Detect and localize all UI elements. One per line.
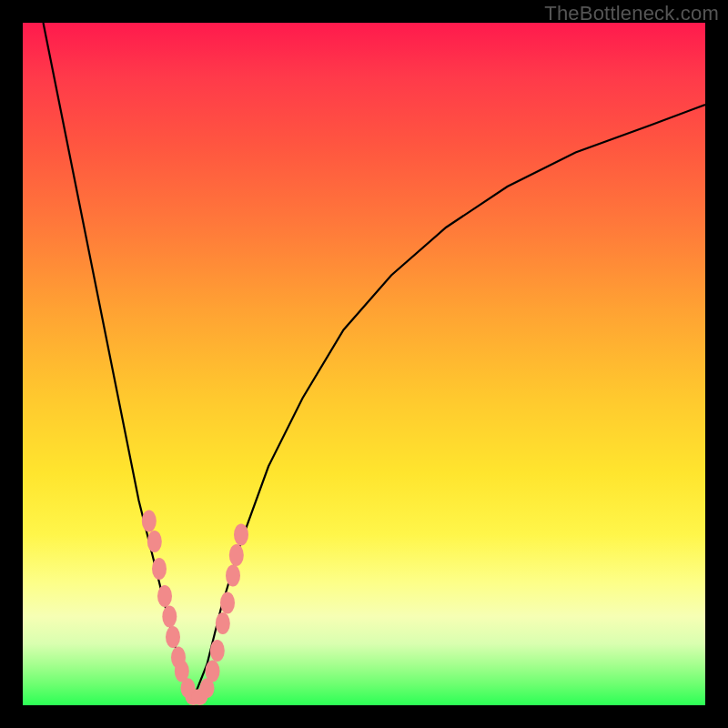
marker-dot xyxy=(152,558,167,580)
marker-dot xyxy=(229,544,244,566)
curve-layer xyxy=(23,23,705,705)
marker-dot xyxy=(226,565,240,587)
marker-dot xyxy=(166,626,180,648)
marker-dot xyxy=(216,612,230,634)
marker-dot xyxy=(206,661,220,682)
attribution-text: TheBottleneck.com xyxy=(544,2,719,25)
marker-dot xyxy=(234,524,248,546)
marker-dot xyxy=(220,592,235,614)
marker-dot xyxy=(157,585,172,607)
marker-dot xyxy=(162,606,177,628)
marker-dot xyxy=(210,640,225,662)
marker-cluster xyxy=(142,511,248,706)
curve-right-branch xyxy=(194,105,706,699)
marker-dot xyxy=(142,511,157,532)
chart-frame: TheBottleneck.com xyxy=(0,0,728,728)
plot-area xyxy=(23,23,705,705)
marker-dot xyxy=(147,531,162,552)
